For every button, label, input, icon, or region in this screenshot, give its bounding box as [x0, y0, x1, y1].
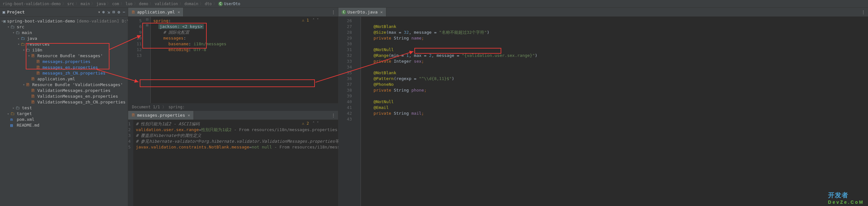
tree-item-target[interactable]: ▸🗀target: [0, 110, 128, 116]
tree-item-messages-en[interactable]: 🖹messages_en.properties: [0, 64, 128, 70]
tree-item-i18n[interactable]: ▾🗀i18n: [0, 47, 128, 53]
java-annotation: @NotNull: [373, 47, 394, 52]
yaml-value: UTF-8: [193, 47, 206, 52]
tree-item-main[interactable]: ▾🗀main: [0, 30, 128, 35]
select-opened-icon[interactable]: ⊕: [102, 10, 105, 14]
line-number: 12: [128, 47, 142, 53]
tree-label: ValidationMessages_zh_CN.properties: [37, 100, 126, 104]
properties-icon: 🖹: [36, 71, 41, 75]
properties-icon: 🖹: [31, 88, 36, 93]
breadcrumb[interactable]: ring-boot-validation-demo〉 src〉 main〉 ja…: [0, 0, 868, 8]
module-icon: ▣: [3, 19, 6, 24]
close-icon[interactable]: ×: [188, 113, 190, 117]
tree-item-validation-en[interactable]: 🖹ValidationMessages_en.properties: [0, 93, 128, 99]
line-number: 1: [128, 121, 131, 127]
line-number: 29: [338, 35, 352, 41]
tree-item-app-yml[interactable]: 🖹application.yml: [0, 76, 128, 82]
tree-item-java[interactable]: ▸🗀java: [0, 35, 128, 41]
close-icon[interactable]: ×: [380, 10, 383, 14]
tree-item-messages-zh[interactable]: 🖹messages_zh_CN.properties: [0, 70, 128, 76]
tab-application-yml[interactable]: 🖹 application.yml ×: [128, 8, 184, 16]
yaml-folded[interactable]: jackson: <2 keys>: [158, 24, 204, 29]
tree-label: spring-boot-validation-demo: [7, 19, 75, 24]
bundle-icon: 🖹: [26, 82, 31, 87]
tree-label: messages_zh_CN.properties: [42, 71, 105, 75]
breadcrumb-item[interactable]: ring-boot-validation-demo: [3, 2, 61, 6]
folder-icon: 🗀: [10, 111, 16, 116]
tree-item-validation-zh[interactable]: 🖹ValidationMessages_zh_CN.properties: [0, 99, 128, 105]
breadcrumb-item[interactable]: validation: [155, 2, 178, 6]
folder-icon: 🗀: [16, 30, 21, 35]
fold-gutter[interactable]: [354, 17, 361, 206]
java-annotation: @NotBlank: [373, 24, 396, 29]
editor-breadcrumb[interactable]: Document 1/1 〉 spring:: [128, 103, 338, 111]
tree-item-resources[interactable]: ▾🗀resources: [0, 41, 128, 47]
chevron-down-icon[interactable]: ▾: [98, 10, 100, 14]
breadcrumb-item[interactable]: domain: [184, 2, 198, 6]
project-title[interactable]: Project: [7, 10, 98, 14]
line-number: 41: [338, 105, 352, 110]
java-annotation: @PhoneNo: [373, 82, 394, 87]
tree-item-validation-props[interactable]: 🖹ValidationMessages.properties: [0, 88, 128, 93]
yaml-icon: 🖹: [31, 76, 36, 81]
properties-icon: 🖹: [31, 94, 36, 99]
tab-messages-properties[interactable]: 🖹 messages.properties ×: [128, 111, 194, 119]
breadcrumb-item[interactable]: java: [96, 2, 105, 6]
java-annotation: @Size: [373, 30, 386, 35]
yaml-key: messages: [163, 36, 184, 40]
prop-key: validation.user.sex.range: [136, 127, 199, 132]
breadcrumb-item[interactable]: com: [112, 2, 119, 6]
tree-item-readme[interactable]: ▤README.md: [0, 122, 128, 128]
prop-value: 性别只能为1或2: [201, 127, 231, 132]
hide-icon[interactable]: −: [123, 10, 125, 14]
tree-item-src[interactable]: ▾🗀src: [0, 24, 128, 30]
yaml-key: spring: [153, 18, 168, 23]
tree-label: ValidationMessages.properties: [37, 88, 111, 93]
tree-item-bundle-validation[interactable]: ▾🖹Resource Bundle 'ValidationMessages': [0, 82, 128, 88]
breadcrumb-item[interactable]: UserDto: [224, 2, 241, 6]
editor-options-icon[interactable]: ⋮: [329, 10, 338, 14]
editor-options-icon[interactable]: ⋮: [859, 10, 868, 14]
editor-code-java[interactable]: @NotBlank @Size(max = 32, message = "名称不…: [361, 17, 868, 206]
tree-path: D:\progra: [122, 19, 128, 24]
close-icon[interactable]: ×: [177, 10, 180, 14]
breadcrumb-item[interactable]: luo: [126, 2, 133, 6]
prop-value: not null: [252, 145, 272, 149]
inspection-warning-badge[interactable]: ⚠ 1 ˄ ˅: [302, 18, 319, 23]
tree-item-root[interactable]: ▾▣ spring-boot-validation-demo [demo-val…: [0, 18, 128, 24]
tree-item-messages-props[interactable]: 🖹messages.properties: [0, 59, 128, 64]
tree-label: src: [17, 25, 24, 29]
line-number: 36: [338, 76, 352, 82]
tree-label: application.yml: [37, 76, 75, 81]
breadcrumb-item[interactable]: dto: [205, 2, 212, 6]
gear-icon[interactable]: ⚙: [118, 10, 120, 14]
project-tree[interactable]: ▾▣ spring-boot-validation-demo [demo-val…: [0, 17, 128, 206]
breadcrumb-item[interactable]: main: [81, 2, 90, 6]
line-number: 4: [128, 139, 131, 144]
tree-label: target: [17, 111, 32, 116]
yaml-key: encoding: [168, 47, 189, 52]
breadcrumb-item[interactable]: src: [67, 2, 74, 6]
line-number: 39: [338, 93, 352, 99]
folder-icon: 🗀: [10, 25, 16, 29]
expand-all-icon[interactable]: ⇲: [107, 10, 110, 14]
editor-code-yml[interactable]: spring: jackson: <2 keys> # 国际化配置 messag…: [151, 17, 338, 103]
editor-options-icon[interactable]: ⋮: [329, 113, 338, 117]
tree-item-pom[interactable]: mpom.xml: [0, 116, 128, 122]
project-icon: ▣: [3, 10, 5, 14]
line-number: 38: [338, 88, 352, 93]
breadcrumb-item[interactable]: demo: [139, 2, 148, 6]
java-annotation: @Pattern: [373, 76, 394, 81]
tab-userdto-java[interactable]: C UserDto.java ×: [338, 8, 386, 16]
bundle-icon: 🖹: [31, 53, 36, 58]
fold-gutter[interactable]: ⊟ ⊞: [144, 17, 151, 103]
tree-item-bundle-messages[interactable]: ▾🖹Resource Bundle 'messages': [0, 53, 128, 59]
tree-label: pom.xml: [17, 117, 34, 122]
yaml-value: i18n/messages: [193, 41, 226, 46]
inspection-warning-badge[interactable]: ⚠ 2 ˄ ˅: [302, 121, 319, 126]
line-number: 2: [128, 127, 131, 133]
line-number: 30: [338, 41, 352, 47]
collapse-all-icon[interactable]: ⊟: [113, 10, 115, 14]
tree-label: Resource Bundle 'messages': [37, 53, 103, 58]
tree-item-test[interactable]: ▸🗀test: [0, 105, 128, 110]
